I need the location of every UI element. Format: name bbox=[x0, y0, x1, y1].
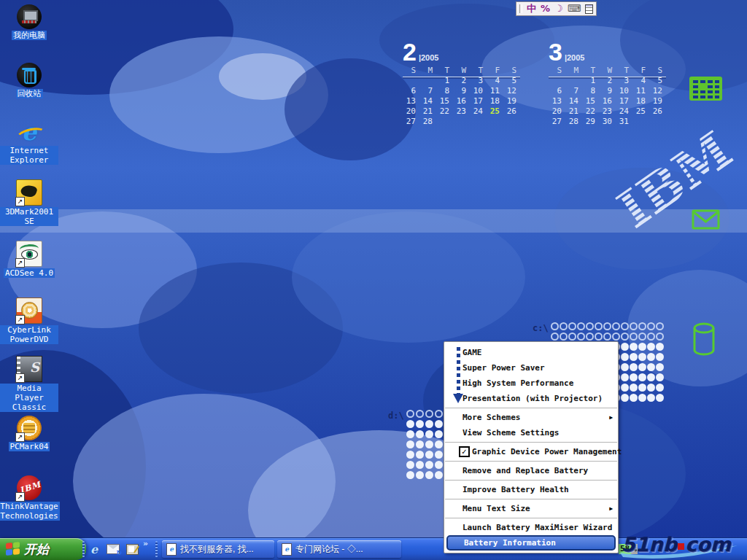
menu-item-label: High System Performance bbox=[462, 376, 573, 391]
calendar-day: 22 bbox=[582, 106, 599, 117]
disk-dot-filled bbox=[630, 363, 638, 371]
calendar-day: 31 bbox=[616, 117, 632, 127]
calendar-day: 11 bbox=[487, 86, 503, 96]
calendar-day: 4 bbox=[487, 76, 503, 86]
calendar-day bbox=[649, 117, 666, 127]
windows-flag-icon bbox=[6, 542, 20, 556]
calendar-day bbox=[503, 117, 520, 127]
menu-item-launch-battery-maximiser-wizard[interactable]: Launch Battery MaxiMiser Wizard bbox=[444, 520, 618, 535]
calendar-day bbox=[419, 76, 436, 86]
calendar-day: 30 bbox=[599, 117, 616, 127]
desktop-icon-acdsee[interactable]: ↗ ACDSee 4.0 bbox=[0, 241, 58, 278]
desktop-icon-thinkvantage[interactable]: ↗ ThinkVantage Technologies bbox=[0, 475, 58, 521]
calendar-february: 2 |2005 SMTWTFS1234567891011121314151617… bbox=[403, 39, 520, 127]
calendar-day: 7 bbox=[565, 86, 582, 96]
calendar-month-number: 3 bbox=[549, 39, 562, 64]
calendar-day: 11 bbox=[632, 86, 649, 96]
menu-separator bbox=[445, 499, 617, 499]
disk-dot-open bbox=[560, 332, 568, 341]
menu-item-label: GAME bbox=[462, 345, 482, 360]
quicklaunch-show-desktop-icon[interactable] bbox=[124, 540, 140, 558]
fullwidth-moon-icon[interactable]: ☽ bbox=[554, 3, 563, 15]
toolbar-drag-handle[interactable] bbox=[155, 541, 158, 557]
calendar-day: 6 bbox=[549, 86, 565, 96]
quicklaunch-overflow-chevron[interactable]: » bbox=[143, 539, 148, 548]
desktop-icon-powerdvd[interactable]: ↗ CyberLink PowerDVD bbox=[0, 298, 58, 344]
chinese-ime-icon[interactable]: 中 bbox=[527, 3, 536, 15]
disk-dot-filled bbox=[621, 394, 629, 402]
menu-item-battery-information[interactable]: Battery Information bbox=[446, 535, 616, 551]
disk-dot-filled bbox=[435, 420, 443, 428]
desktop-icon-3dmark2001[interactable]: ↗ 3DMark2001 SE bbox=[0, 179, 58, 226]
calendar-day: 19 bbox=[503, 96, 520, 106]
disk-dot-filled bbox=[406, 461, 414, 469]
calendar-day: 24 bbox=[616, 106, 632, 117]
taskbar-button-server-not-found[interactable]: e 找不到服务器, 找... bbox=[162, 540, 274, 558]
disk-dot-filled bbox=[630, 384, 638, 392]
soft-keyboard-icon[interactable]: ⌨ bbox=[568, 3, 581, 15]
desktop-icon-internet-explorer[interactable]: e Internet Explorer bbox=[0, 120, 58, 165]
desktop-icon-media-player-classic[interactable]: ↗ Media Player Classic bbox=[0, 356, 58, 412]
taskbar-button-label: 专门网论坛 - ◇... bbox=[295, 543, 363, 556]
menu-item-remove-and-replace-battery[interactable]: Remove and Replace Battery bbox=[444, 463, 618, 478]
menu-item-more-schemes[interactable]: More Schemes▶ bbox=[444, 410, 618, 425]
start-button[interactable]: 开始 bbox=[0, 538, 86, 560]
calendar-day bbox=[470, 117, 487, 127]
menu-item-view-scheme-settings[interactable]: View Scheme Settings bbox=[444, 425, 618, 440]
internet-explorer-icon: e bbox=[17, 120, 42, 144]
desktop-icon-pcmark04[interactable]: ↗ PCMark04 bbox=[0, 416, 58, 451]
disk-dot-filled bbox=[435, 440, 443, 448]
calendar-day: 15 bbox=[582, 96, 599, 106]
disk-dot-filled bbox=[647, 373, 655, 381]
shortcut-arrow-icon: ↗ bbox=[15, 315, 25, 324]
drive-c-label: c:\ bbox=[533, 323, 549, 333]
calendar-day: 4 bbox=[632, 76, 649, 86]
menu-item-label: Super Power Saver bbox=[462, 360, 545, 376]
disk-dot-filled bbox=[425, 420, 433, 428]
menu-item-graphic-device-power-management[interactable]: ✓Graphic Device Power Management bbox=[444, 444, 618, 459]
watermark-dash-icon bbox=[678, 543, 684, 550]
menu-item-improve-battery-health[interactable]: Improve Battery Health bbox=[444, 482, 618, 497]
disk-dot-open bbox=[586, 332, 594, 341]
ime-mode-icon[interactable]: % bbox=[541, 3, 550, 15]
calendar-day: 19 bbox=[649, 96, 666, 106]
disk-dot-filled bbox=[656, 353, 664, 361]
disk-dot-filled bbox=[425, 440, 433, 448]
menu-item-super-power-saver[interactable]: Super Power Saver bbox=[444, 360, 618, 376]
recycle-bin-icon bbox=[17, 63, 42, 88]
pcmark04-icon: ↗ bbox=[17, 416, 42, 440]
calendar-day: 16 bbox=[599, 96, 616, 106]
quicklaunch-internet-explorer-icon[interactable]: e bbox=[86, 540, 102, 558]
disk-dot-filled bbox=[416, 430, 424, 438]
calendar-day: 27 bbox=[403, 117, 419, 127]
ime-menu-icon[interactable] bbox=[585, 4, 593, 14]
disk-dot-filled bbox=[621, 353, 629, 361]
disk-dot-filled bbox=[435, 451, 443, 459]
disk-dot-filled bbox=[621, 373, 629, 381]
calendar-year: |2005 bbox=[419, 53, 439, 62]
calendar-day: 23 bbox=[453, 106, 470, 117]
disk-dot-open bbox=[647, 332, 655, 341]
menu-item-high-system-performance[interactable]: High System Performance bbox=[444, 376, 618, 391]
disk-dot-open bbox=[630, 322, 638, 330]
language-bar[interactable]: 中 % ☽ ⌨ bbox=[516, 1, 597, 16]
calendar-day: 21 bbox=[419, 106, 436, 117]
desktop-icon-my-computer[interactable]: 我的电脑 bbox=[0, 4, 58, 40]
disk-dot-filled bbox=[435, 471, 443, 479]
desktop-icon-recycle-bin[interactable]: 回收站 bbox=[0, 63, 58, 98]
calendar-day: 5 bbox=[503, 76, 520, 86]
calendar-day bbox=[565, 76, 582, 86]
menu-item-menu-text-size[interactable]: Menu Text Size▶ bbox=[444, 501, 618, 516]
quicklaunch-outlook-express-icon[interactable] bbox=[105, 540, 121, 558]
taskbar-button-forum[interactable]: e 专门网论坛 - ◇... bbox=[277, 540, 401, 558]
toolbar-drag-handle[interactable] bbox=[82, 541, 85, 557]
shortcut-arrow-icon: ↗ bbox=[15, 197, 25, 206]
calendar-day: 20 bbox=[549, 106, 565, 117]
drag-handle-icon[interactable] bbox=[519, 4, 522, 13]
menu-item-presentation-with-projector[interactable]: Presentation (with Projector) bbox=[444, 391, 618, 406]
menu-item-game[interactable]: GAME bbox=[444, 345, 618, 360]
desktop-icon-label: Media Player Classic bbox=[0, 384, 58, 412]
disk-dot-open bbox=[595, 322, 603, 330]
desktop-icon-label: 3DMark2001 SE bbox=[0, 207, 58, 226]
calendar-day: 10 bbox=[616, 86, 632, 96]
